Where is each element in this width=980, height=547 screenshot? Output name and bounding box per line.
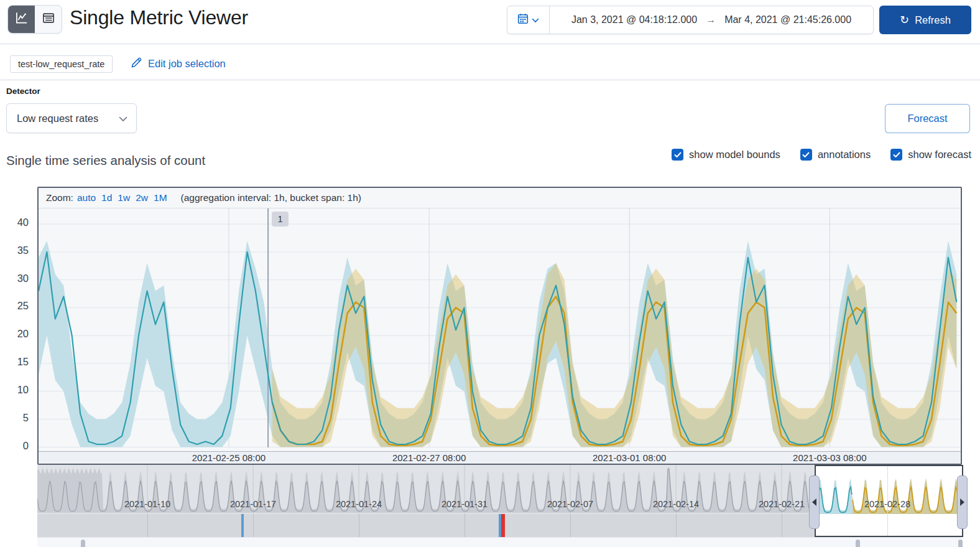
annotation-capsule[interactable] — [856, 540, 860, 547]
x-axis-tick-label: 2021-03-01 08:00 — [580, 452, 679, 463]
main-chart-svg — [39, 208, 961, 451]
calendar-icon — [517, 13, 529, 27]
brush-left-handle[interactable] — [809, 475, 820, 529]
date-range-display: Jan 3, 2021 @ 04:18:12.000 → Mar 4, 2021… — [550, 14, 873, 26]
forecast-button[interactable]: Forecast — [885, 104, 970, 133]
main-time-series-plot[interactable]: 1 — [39, 208, 961, 451]
annotation-marker-red[interactable] — [501, 514, 505, 537]
zoom-option-1w[interactable]: 1w — [118, 192, 130, 203]
y-axis-tick-label: 15 — [0, 356, 29, 368]
checkbox-show-model-bounds[interactable]: show model bounds — [672, 149, 780, 161]
annotations-track — [37, 537, 962, 547]
zoom-option-1d[interactable]: 1d — [101, 192, 112, 203]
swimlane-week-separator — [253, 514, 254, 537]
view-toggle-group — [7, 5, 62, 34]
zoom-option-auto[interactable]: auto — [77, 192, 96, 203]
detector-label: Detector — [6, 86, 40, 96]
swimlane-week-separator — [147, 514, 148, 537]
edit-job-selection-link[interactable]: Edit job selection — [131, 57, 226, 71]
checkbox-show-forecast[interactable]: show forecast — [890, 149, 971, 161]
zoom-label: Zoom: — [46, 192, 73, 203]
swimlane-week-separator — [465, 514, 465, 537]
table-view-button[interactable] — [35, 6, 62, 33]
swimlane-week-separator — [359, 514, 359, 537]
y-axis-tick-label: 5 — [0, 412, 29, 424]
annotation-marker-blue[interactable] — [241, 514, 244, 537]
x-axis-tick-label: 2021-03-03 08:00 — [780, 452, 879, 463]
refresh-icon: ↻ — [900, 14, 909, 26]
edit-job-selection-label: Edit job selection — [148, 58, 226, 70]
swimlane-week-separator — [782, 514, 782, 537]
zoom-links: auto1d1w2w1M — [77, 192, 169, 203]
main-chart-x-axis: 2021-02-25 08:002021-02-27 08:002021-03-… — [39, 451, 961, 464]
brush-right-handle[interactable] — [957, 475, 968, 529]
zoom-toolbar: Zoom: auto1d1w2w1M (aggregation interval… — [39, 188, 961, 208]
caret-left-icon — [812, 498, 816, 506]
context-week-label: 2021-01-31 — [418, 499, 511, 509]
detector-selected-value: Low request rates — [17, 113, 119, 124]
date-picker-menu-button[interactable] — [507, 6, 550, 34]
caret-right-icon — [960, 498, 964, 506]
section-heading: Single time series analysis of count — [6, 153, 205, 168]
job-badge[interactable]: test-low_request_rate — [10, 55, 113, 73]
checkbox-annotations[interactable]: annotations — [800, 149, 871, 161]
line-chart-icon — [16, 12, 28, 27]
y-axis-tick-label: 0 — [0, 440, 29, 452]
date-range-arrow: → — [706, 14, 716, 26]
annotation-badge[interactable]: 1 — [272, 212, 289, 227]
chart-controls: show model boundsannotationsshow forecas… — [672, 149, 971, 161]
annotation-capsule[interactable] — [958, 540, 963, 547]
checkbox-label: show forecast — [908, 149, 971, 161]
zoom-option-1M[interactable]: 1M — [154, 192, 167, 203]
page-title: Single Metric Viewer — [70, 6, 248, 29]
checkbox-label: annotations — [818, 149, 871, 161]
select-chevron-down-icon — [119, 113, 127, 124]
y-axis-tick-label: 35 — [0, 245, 29, 256]
checkbox-box — [672, 149, 683, 161]
zoom-option-2w[interactable]: 2w — [136, 192, 148, 203]
single-metric-viewer-page: Single Metric Viewer Jan 3, 2021 @ 04:18… — [0, 0, 980, 547]
time-series-chart-card: Zoom: auto1d1w2w1M (aggregation interval… — [37, 187, 962, 465]
checkbox-label: show model bounds — [689, 149, 780, 161]
date-range-picker: Jan 3, 2021 @ 04:18:12.000 → Mar 4, 2021… — [507, 6, 874, 34]
context-week-label: 2021-02-14 — [629, 499, 723, 509]
y-axis-tick-label: 25 — [0, 300, 29, 312]
y-axis-tick-label: 40 — [0, 217, 29, 228]
context-week-label: 2021-02-28 — [841, 499, 934, 509]
start-date[interactable]: Jan 3, 2021 @ 04:18:12.000 — [571, 14, 697, 26]
toolbar-divider — [0, 80, 980, 80]
refresh-button[interactable]: ↻ Refresh — [879, 6, 971, 34]
table-icon — [42, 12, 55, 27]
pencil-icon — [131, 57, 142, 71]
y-axis-tick-label: 20 — [0, 328, 29, 340]
chart-view-button[interactable] — [8, 6, 35, 33]
header-divider — [0, 44, 980, 44]
context-week-label: 2021-01-24 — [312, 499, 405, 509]
context-week-label: 2021-01-17 — [206, 499, 300, 509]
annotation-capsule[interactable] — [81, 540, 85, 547]
swimlane-week-separator — [570, 514, 571, 537]
y-axis-tick-label: 10 — [0, 384, 29, 396]
swimlane-week-separator — [676, 514, 677, 537]
y-axis-tick-label: 30 — [0, 273, 29, 284]
end-date[interactable]: Mar 4, 2021 @ 21:45:26.000 — [724, 14, 851, 26]
refresh-label: Refresh — [915, 14, 951, 26]
aggregation-note: (aggregation interval: 1h, bucket span: … — [181, 192, 361, 203]
chevron-down-icon — [532, 14, 539, 26]
context-week-label: 2021-02-07 — [524, 499, 617, 509]
context-week-label: 2021-01-10 — [101, 499, 194, 509]
x-axis-tick-label: 2021-02-25 08:00 — [179, 452, 279, 463]
x-axis-tick-label: 2021-02-27 08:00 — [379, 452, 479, 463]
checkbox-box — [800, 149, 812, 161]
detector-select[interactable]: Low request rates — [6, 103, 137, 133]
checkbox-box — [890, 149, 902, 161]
